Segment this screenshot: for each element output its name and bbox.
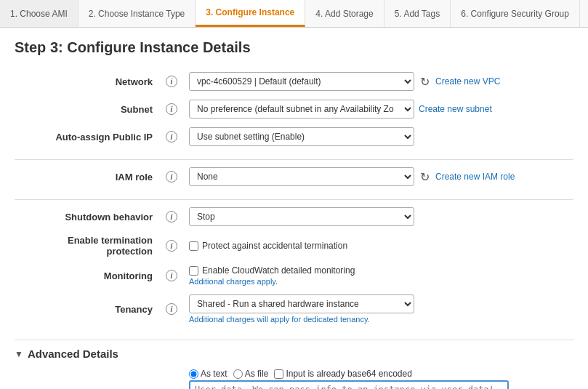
- shutdown-label: Shutdown behavior: [15, 200, 160, 231]
- tenancy-note-link[interactable]: Additional charges will apply for dedica…: [189, 315, 568, 324]
- auto-assign-row: Auto-assign Public IP i Use subnet setti…: [15, 123, 573, 151]
- advanced-title: Advanced Details: [28, 348, 118, 360]
- subnet-row: Subnet i No preference (default subnet i…: [15, 95, 573, 123]
- tenancy-label: Tenancy: [15, 290, 160, 328]
- advanced-form: User data i As text: [15, 364, 573, 389]
- userdata-row: User data i As text: [15, 364, 573, 389]
- page-title: Step 3: Configure Instance Details: [15, 39, 573, 56]
- shutdown-info-icon[interactable]: i: [166, 211, 177, 222]
- page-content: Step 3: Configure Instance Details Netwo…: [0, 28, 588, 389]
- subnet-select[interactable]: No preference (default subnet in any Ava…: [189, 100, 414, 119]
- create-subnet-link[interactable]: Create new subnet: [419, 104, 492, 114]
- tenancy-row: Tenancy i Shared - Run a shared hardware…: [15, 290, 573, 328]
- shutdown-select[interactable]: Stop: [189, 207, 414, 226]
- network-row: Network i vpc-4c600529 | Default (defaul…: [15, 68, 573, 95]
- iam-row: IAM role i None ↻ Create new IAM role: [15, 160, 573, 191]
- tenancy-info-icon[interactable]: i: [166, 303, 177, 315]
- auto-assign-label: Auto-assign Public IP: [15, 123, 160, 151]
- termination-row: Enable termination protection i Protect …: [15, 230, 573, 261]
- userdata-base64-checkbox[interactable]: [274, 369, 283, 379]
- userdata-textarea[interactable]: [189, 380, 509, 389]
- monitoring-checkbox-label: Enable CloudWatch detailed monitoring: [202, 265, 355, 276]
- iam-refresh-icon[interactable]: ↻: [420, 170, 430, 184]
- subnet-info-icon[interactable]: i: [166, 103, 177, 115]
- step-configure-instance[interactable]: 3. Configure Instance: [196, 0, 305, 27]
- userdata-label: User data: [15, 364, 160, 389]
- create-vpc-link[interactable]: Create new VPC: [435, 76, 500, 87]
- step-add-storage[interactable]: 4. Add Storage: [305, 0, 384, 27]
- config-form: Network i vpc-4c600529 | Default (defaul…: [15, 68, 573, 328]
- iam-select[interactable]: None: [189, 167, 414, 186]
- iam-info-icon[interactable]: i: [166, 171, 177, 183]
- auto-assign-select[interactable]: Use subnet setting (Enable): [189, 127, 414, 146]
- advanced-header[interactable]: ▼ Advanced Details: [15, 340, 573, 364]
- create-iam-link[interactable]: Create new IAM role: [435, 172, 515, 182]
- subnet-label: Subnet: [15, 95, 160, 123]
- termination-label: Enable termination protection: [15, 230, 160, 261]
- wizard-nav: 1. Choose AMI 2. Choose Instance Type 3.…: [0, 0, 588, 28]
- network-refresh-icon[interactable]: ↻: [420, 75, 430, 89]
- monitoring-checkbox[interactable]: [189, 266, 198, 276]
- userdata-radio-file[interactable]: [233, 369, 243, 379]
- termination-checkbox[interactable]: [189, 241, 198, 251]
- step-review[interactable]: 7. Review: [580, 0, 588, 27]
- step-add-tags[interactable]: 5. Add Tags: [384, 0, 451, 27]
- userdata-radio-text[interactable]: [189, 369, 198, 379]
- monitoring-label: Monitoring: [15, 261, 160, 290]
- monitoring-row: Monitoring i Enable CloudWatch detailed …: [15, 261, 573, 290]
- tenancy-select[interactable]: Shared - Run a shared hardware instance: [189, 294, 414, 313]
- monitoring-info-icon[interactable]: i: [166, 270, 177, 281]
- monitoring-note-link[interactable]: Additional charges apply.: [189, 277, 568, 286]
- advanced-section: ▼ Advanced Details User data i: [15, 340, 573, 389]
- auto-assign-info-icon[interactable]: i: [166, 131, 177, 143]
- step-configure-security-group[interactable]: 6. Configure Security Group: [451, 0, 580, 27]
- userdata-radio-text-label[interactable]: As text: [189, 369, 227, 379]
- step-choose-instance-type[interactable]: 2. Choose Instance Type: [78, 0, 196, 27]
- iam-label: IAM role: [15, 160, 160, 191]
- advanced-triangle-icon: ▼: [15, 349, 23, 359]
- step-choose-ami[interactable]: 1. Choose AMI: [0, 0, 78, 27]
- termination-info-icon[interactable]: i: [166, 240, 177, 252]
- network-label: Network: [15, 68, 160, 95]
- termination-checkbox-label: Protect against accidental termination: [202, 241, 347, 251]
- userdata-radio-group: As text As file Input is already base64 …: [189, 369, 568, 379]
- userdata-radio-file-label[interactable]: As file: [233, 369, 269, 379]
- network-info-icon[interactable]: i: [166, 76, 177, 87]
- network-select[interactable]: vpc-4c600529 | Default (default): [189, 72, 414, 91]
- shutdown-row: Shutdown behavior i Stop: [15, 200, 573, 231]
- userdata-base64-label[interactable]: Input is already base64 encoded: [274, 369, 411, 379]
